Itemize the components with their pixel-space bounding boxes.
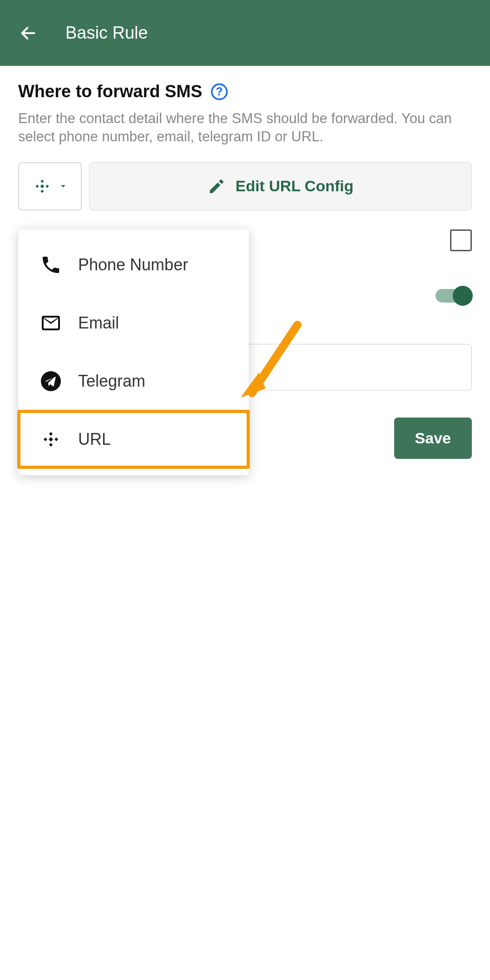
content-area: Where to forward SMS ? Enter the contact… xyxy=(0,66,490,475)
dropdown-item-label: Telegram xyxy=(78,372,145,391)
phone-icon xyxy=(40,254,62,276)
svg-text:?: ? xyxy=(216,85,223,98)
arrow-left-icon xyxy=(19,24,37,42)
page-title: Basic Rule xyxy=(65,23,148,43)
edit-config-label: Edit URL Config xyxy=(236,177,354,195)
email-icon xyxy=(40,312,62,334)
dropdown-item-label: Phone Number xyxy=(78,255,188,274)
back-button[interactable] xyxy=(18,23,38,43)
forward-type-dropdown: Phone Number Email Telegram URL xyxy=(18,229,249,475)
dropdown-item-telegram[interactable]: Telegram xyxy=(18,352,249,410)
telegram-icon xyxy=(40,370,62,392)
dropdown-item-label: Email xyxy=(78,313,119,333)
option-toggle[interactable] xyxy=(436,289,472,303)
edit-url-config-button[interactable]: Edit URL Config xyxy=(89,162,472,210)
dropdown-item-url[interactable]: URL xyxy=(17,410,250,469)
section-title: Where to forward SMS xyxy=(18,82,202,101)
save-button[interactable]: Save xyxy=(394,418,472,459)
help-button[interactable]: ? xyxy=(210,83,228,101)
toggle-knob xyxy=(453,286,473,306)
help-icon: ? xyxy=(210,83,228,101)
dropdown-item-phone-number[interactable]: Phone Number xyxy=(18,236,249,294)
api-icon xyxy=(32,176,52,196)
section-title-row: Where to forward SMS ? xyxy=(18,82,472,101)
chevron-down-icon xyxy=(59,182,68,191)
forward-type-selector[interactable] xyxy=(18,162,82,210)
dropdown-item-email[interactable]: Email xyxy=(18,294,249,352)
app-header: Basic Rule xyxy=(0,0,490,66)
option-checkbox[interactable] xyxy=(450,229,472,251)
api-icon xyxy=(40,428,62,450)
forward-type-row: Edit URL Config xyxy=(18,162,472,210)
dropdown-item-label: URL xyxy=(78,430,111,449)
section-description: Enter the contact detail where the SMS s… xyxy=(18,109,472,146)
pencil-icon xyxy=(208,177,226,195)
